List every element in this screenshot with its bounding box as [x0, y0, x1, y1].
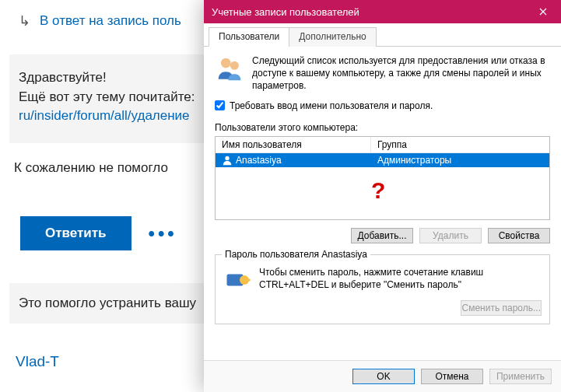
apply-button: Применить — [489, 369, 552, 384]
col-group[interactable]: Группа — [371, 137, 549, 152]
table-header: Имя пользователя Группа — [216, 137, 549, 153]
properties-button[interactable]: Свойства — [488, 228, 550, 243]
cancel-button[interactable]: Отмена — [421, 369, 483, 384]
svg-point-2 — [225, 156, 229, 159]
close-button[interactable] — [525, 0, 561, 23]
tabstrip: Пользователи Дополнительно — [204, 23, 561, 47]
tab-body-users: Следующий список используется для предос… — [204, 47, 561, 360]
svg-rect-5 — [246, 278, 251, 281]
annotation-question-mark: ? — [371, 177, 385, 204]
table-row[interactable]: Anastasiya Администраторы — [216, 153, 549, 167]
svg-point-0 — [221, 58, 231, 68]
intro-row: Следующий список используется для предос… — [215, 54, 550, 93]
user-crud-buttons: Добавить... Удалить Свойства — [215, 220, 550, 243]
key-icon — [223, 266, 251, 294]
user-accounts-dialog: Учетные записи пользователей Пользовател… — [204, 0, 561, 392]
reply-arrow-icon: ↳ — [19, 12, 30, 30]
dialog-footer: OK Отмена Применить — [204, 360, 561, 392]
add-user-button[interactable]: Добавить... — [351, 228, 413, 243]
remove-user-button: Удалить — [419, 228, 482, 243]
require-login-checkbox[interactable] — [215, 100, 225, 110]
users-list-label: Пользователи этого компьютера: — [215, 116, 550, 136]
groupbox-title: Пароль пользователя Anastasiya — [222, 249, 370, 260]
users-icon — [215, 54, 244, 84]
close-icon — [539, 6, 547, 18]
cell-group: Администраторы — [371, 153, 549, 167]
intro-text: Следующий список используется для предос… — [252, 54, 550, 93]
require-login-label: Требовать ввод имени пользователя и паро… — [230, 100, 433, 111]
ok-button[interactable]: OK — [352, 369, 415, 384]
tab-advanced[interactable]: Дополнительно — [289, 27, 376, 47]
svg-point-1 — [230, 61, 239, 70]
in-reply-to-link[interactable]: В ответ на запись поль — [40, 13, 181, 29]
tab-users[interactable]: Пользователи — [209, 27, 289, 47]
dialog-title: Учетные записи пользователей — [212, 6, 359, 18]
answer-button[interactable]: Ответить — [20, 216, 131, 250]
change-password-button: Сменить пароль... — [461, 300, 542, 316]
users-table[interactable]: Имя пользователя Группа Anastasiya Админ… — [215, 136, 550, 220]
dialog-titlebar: Учетные записи пользователей — [204, 0, 561, 23]
password-groupbox: Пароль пользователя Anastasiya Чтобы сме… — [215, 254, 550, 324]
col-username[interactable]: Имя пользователя — [216, 137, 371, 152]
require-login-checkbox-row[interactable]: Требовать ввод имени пользователя и паро… — [215, 93, 550, 116]
cell-username: Anastasiya — [236, 155, 282, 166]
user-icon — [222, 155, 233, 166]
password-instruction: Чтобы сменить пароль, нажмите сочетание … — [259, 266, 542, 294]
more-actions-button[interactable]: ••• — [149, 222, 177, 244]
